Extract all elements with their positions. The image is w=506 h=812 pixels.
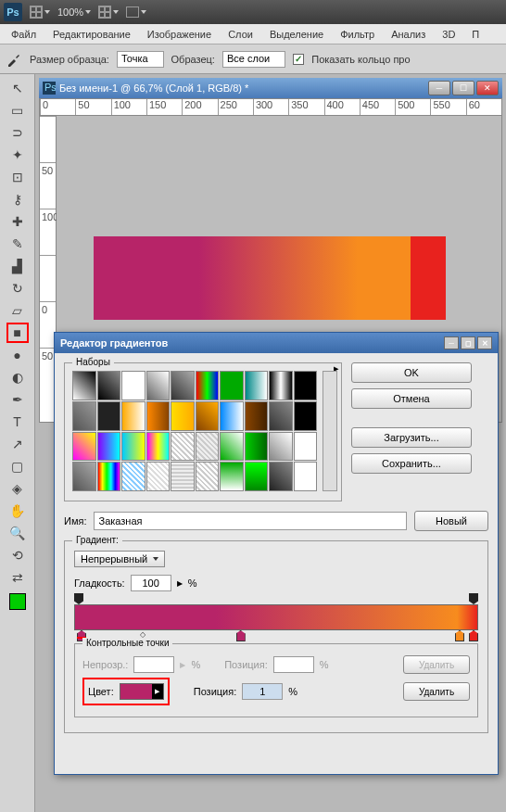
dialog-close[interactable]: ✕ [477, 336, 492, 349]
brush-tool[interactable]: ✎ [6, 234, 29, 254]
preset-swatch[interactable] [72, 371, 96, 400]
dialog-minimize[interactable]: ─ [444, 336, 459, 349]
minimize-button[interactable]: ─ [428, 81, 450, 95]
ok-button[interactable]: OK [351, 362, 472, 383]
lasso-tool[interactable]: ⊃ [6, 122, 29, 143]
zoom-tool[interactable]: 🔍 [6, 523, 29, 543]
preset-swatch[interactable] [294, 462, 318, 491]
toolbar-layout-dropdown[interactable] [98, 6, 119, 19]
preset-swatch[interactable] [121, 432, 145, 462]
menu-layers[interactable]: Слои [221, 26, 260, 43]
dialog-maximize[interactable]: ◻ [461, 336, 475, 349]
gradient-bar[interactable]: ◇ [74, 604, 478, 630]
preset-swatch[interactable] [294, 401, 318, 431]
preset-swatch[interactable] [171, 371, 195, 400]
document-titlebar[interactable]: Ps Без имени-1 @ 66,7% (Слой 1, RGB/8) *… [39, 78, 502, 98]
cancel-button[interactable]: Отмена [351, 388, 472, 409]
preset-swatch[interactable] [269, 432, 293, 462]
preset-swatch[interactable] [269, 371, 293, 400]
preset-swatch[interactable] [220, 432, 244, 462]
marquee-tool[interactable]: ▭ [6, 100, 29, 121]
ring-checkbox[interactable]: ✓ [293, 54, 304, 65]
load-button[interactable]: Загрузить... [351, 427, 472, 448]
shape-tool[interactable]: ▢ [6, 456, 29, 476]
color-stop-3[interactable] [455, 630, 464, 641]
preset-swatch[interactable] [245, 371, 269, 400]
preset-swatch[interactable] [72, 401, 96, 431]
3d-tool[interactable]: ◈ [6, 478, 29, 499]
pen-tool[interactable]: ✒ [6, 389, 29, 410]
gradient-name-input[interactable] [94, 512, 407, 530]
preset-swatch[interactable] [121, 371, 145, 400]
new-button[interactable]: Новый [414, 511, 488, 531]
gradient-tool[interactable]: ■ [6, 323, 29, 343]
preset-swatch[interactable] [196, 401, 220, 431]
toolbar-screen-dropdown[interactable] [126, 6, 146, 18]
preset-swatch[interactable] [97, 371, 121, 400]
save-button[interactable]: Сохранить... [351, 453, 472, 474]
preset-swatch[interactable] [146, 371, 171, 400]
path-tool[interactable]: ↗ [6, 434, 29, 454]
swap-colors[interactable]: ⇄ [6, 567, 29, 588]
preset-swatch[interactable] [269, 401, 293, 431]
preset-swatch[interactable] [220, 401, 244, 431]
preset-swatch[interactable] [146, 462, 171, 491]
sample-source-select[interactable]: Все слои [222, 51, 285, 68]
presets-scrollbar[interactable] [323, 371, 337, 491]
opacity-stop-right[interactable] [469, 593, 478, 604]
preset-swatch[interactable] [196, 432, 220, 462]
dialog-titlebar[interactable]: Редактор градиентов ─ ◻ ✕ [55, 333, 498, 353]
blur-tool[interactable]: ● [6, 345, 29, 365]
wand-tool[interactable]: ✦ [6, 145, 29, 165]
preset-swatch[interactable] [121, 462, 145, 491]
opacity-stop-left[interactable] [74, 593, 83, 604]
close-button[interactable]: ✕ [476, 81, 499, 95]
menu-3d[interactable]: 3D [435, 26, 462, 43]
preset-swatch[interactable] [294, 432, 318, 462]
color-pos-input[interactable] [242, 683, 283, 700]
preset-swatch[interactable] [171, 432, 195, 462]
menu-select[interactable]: Выделение [262, 26, 331, 43]
toolbar-docs-dropdown[interactable] [30, 6, 50, 19]
preset-swatch[interactable] [171, 462, 195, 491]
preset-swatch[interactable] [245, 462, 269, 491]
type-tool[interactable]: T [6, 412, 29, 432]
crop-tool[interactable]: ⊡ [6, 167, 29, 187]
preset-swatch[interactable] [269, 462, 293, 491]
preset-swatch[interactable] [97, 462, 121, 491]
preset-swatch[interactable] [220, 462, 244, 491]
color-swatch[interactable]: ▶ [120, 683, 164, 700]
maximize-button[interactable]: ☐ [452, 81, 474, 95]
preset-swatch[interactable] [245, 401, 269, 431]
menu-analysis[interactable]: Анализ [384, 26, 433, 43]
delete-color-button[interactable]: Удалить [403, 682, 470, 701]
menu-file[interactable]: Файл [4, 26, 44, 43]
color-stop-4[interactable] [469, 630, 478, 641]
preset-swatch[interactable] [171, 401, 195, 431]
preset-swatch[interactable] [196, 371, 220, 400]
menu-more[interactable]: П [464, 26, 487, 43]
stamp-tool[interactable]: ▟ [6, 256, 29, 276]
toolbar-zoom[interactable]: 100% [57, 6, 91, 18]
menu-image[interactable]: Изображение [140, 26, 219, 43]
preset-swatch[interactable] [72, 432, 96, 462]
eraser-tool[interactable]: ▱ [6, 300, 29, 321]
preset-swatch[interactable] [72, 462, 96, 491]
preset-swatch[interactable] [146, 432, 171, 462]
preset-swatch[interactable] [146, 401, 171, 431]
menu-filter[interactable]: Фильтр [333, 26, 382, 43]
menu-edit[interactable]: Редактирование [45, 26, 138, 43]
preset-swatch[interactable] [245, 432, 269, 462]
preset-swatch[interactable] [121, 401, 145, 431]
history-brush-tool[interactable]: ↻ [6, 278, 29, 298]
color-stop-2[interactable] [236, 630, 246, 641]
preset-swatch[interactable] [220, 371, 244, 400]
smoothness-arrow-icon[interactable]: ▶ [177, 579, 183, 588]
move-tool[interactable]: ↖ [6, 78, 29, 98]
eyedropper-tool[interactable]: ⚷ [6, 189, 29, 209]
preset-swatch[interactable] [196, 462, 220, 491]
gradient-type-select[interactable]: Непрерывный [74, 551, 165, 567]
dodge-tool[interactable]: ◐ [6, 367, 29, 387]
rotate-tool[interactable]: ⟲ [6, 545, 29, 565]
preset-swatch[interactable] [294, 371, 318, 400]
